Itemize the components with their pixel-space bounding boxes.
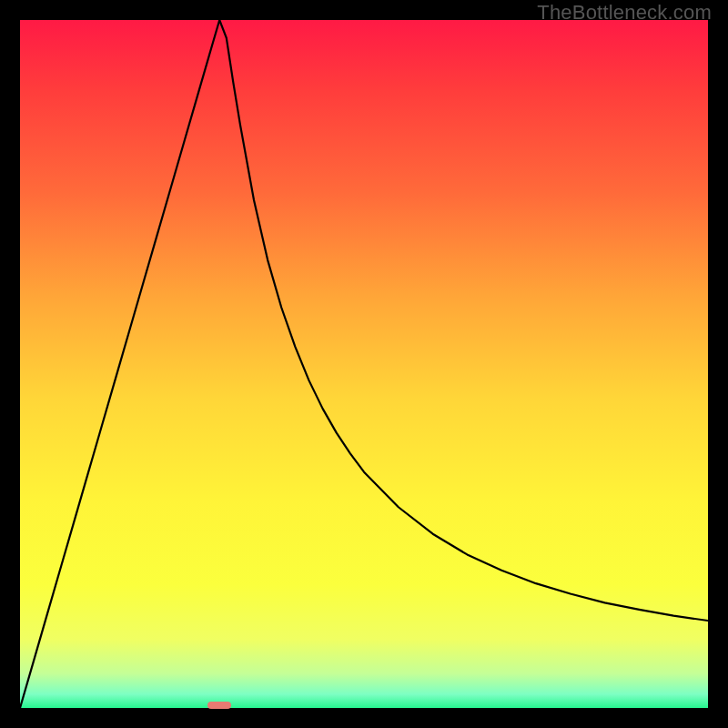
- plot-area: [20, 20, 708, 708]
- chart-container: TheBottleneck.com: [0, 0, 728, 728]
- nose-marker: [207, 702, 231, 709]
- svg-rect-0: [20, 20, 708, 708]
- background-gradient: [20, 20, 708, 708]
